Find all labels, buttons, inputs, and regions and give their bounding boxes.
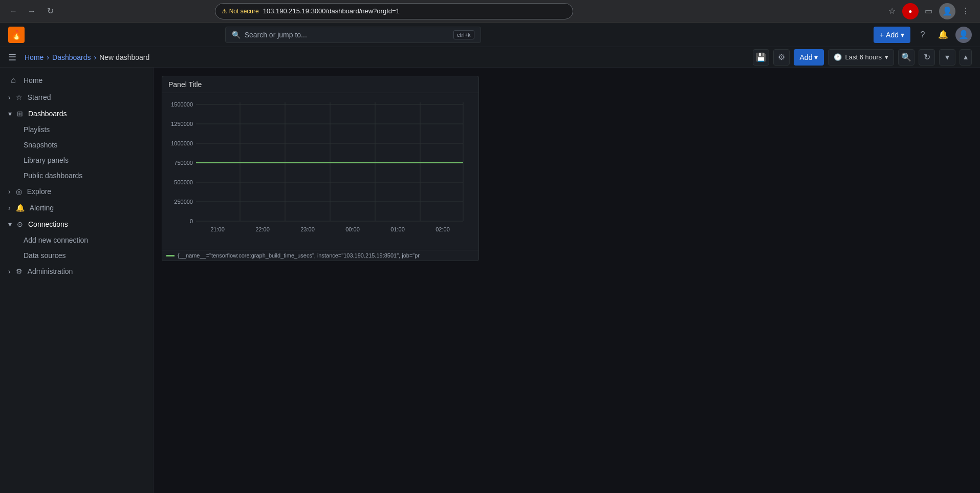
sidebar-item-home[interactable]: ⌂ Home — [0, 72, 153, 89]
address-bar[interactable]: ⚠ Not secure 103.190.215.19:3000/dashboa… — [215, 3, 573, 19]
breadcrumb-home[interactable]: Home — [25, 53, 43, 61]
breadcrumb: Home › Dashboards › New dashboard — [25, 53, 149, 61]
sidebar-item-playlists[interactable]: Playlists — [0, 122, 153, 137]
refresh-dropdown-button[interactable]: ▾ — [939, 49, 955, 66]
save-dashboard-button[interactable]: 💾 — [753, 49, 769, 66]
reload-button[interactable]: ↻ — [43, 4, 57, 18]
notifications-button[interactable]: 🔔 — [935, 27, 951, 43]
svg-text:21:00: 21:00 — [210, 226, 225, 232]
toolbar: ☰ Home › Dashboards › New dashboard 💾 ⚙ … — [0, 47, 980, 68]
panel-title: Panel Title — [168, 80, 202, 89]
help-button[interactable]: ? — [914, 27, 931, 43]
dashboards-icon: ⊞ — [17, 110, 23, 118]
sidebar-item-alerting[interactable]: › 🔔 Alerting — [0, 200, 153, 216]
sidebar-item-label: Home — [24, 76, 42, 84]
star-icon: ☆ — [16, 93, 23, 101]
svg-text:22:00: 22:00 — [255, 226, 270, 232]
sidebar-item-administration[interactable]: › ⚙ Administration — [0, 263, 153, 280]
svg-text:00:00: 00:00 — [345, 226, 360, 232]
panel: Panel Title 1500000 1250000 1000000 7500… — [162, 76, 479, 261]
breadcrumb-sep-1: › — [47, 53, 49, 61]
svg-text:1500000: 1500000 — [171, 101, 193, 108]
chart-svg: 1500000 1250000 1000000 750000 500000 25… — [166, 97, 468, 246]
explore-icon: ◎ — [16, 187, 22, 196]
warning-icon: ⚠ — [222, 8, 227, 15]
svg-text:250000: 250000 — [174, 199, 193, 205]
sidebar-item-public-dashboards[interactable]: Public dashboards — [0, 168, 153, 183]
url-text: 103.190.215.19:3000/dashboard/new?orgId=… — [263, 7, 400, 15]
sidebar-item-library-panels[interactable]: Library panels — [0, 153, 153, 168]
sidebar-item-data-sources[interactable]: Data sources — [0, 248, 153, 263]
add-panel-button[interactable]: + Add ▾ — [874, 27, 910, 43]
administration-icon: ⚙ — [16, 267, 23, 275]
legend-text: {__name__="tensorflow:core:graph_build_t… — [178, 252, 420, 259]
user-avatar-button[interactable]: 👤 — [955, 27, 972, 43]
header-right: + Add ▾ ? 🔔 👤 — [874, 27, 972, 43]
main-layout: ⌂ Home › ☆ Starred ▾ ⊞ Dashboards Playli… — [0, 68, 980, 493]
panel-legend: {__name__="tensorflow:core:graph_build_t… — [162, 250, 478, 261]
zoom-out-button[interactable]: 🔍 — [898, 49, 914, 66]
dashboards-expand-icon: ▾ — [8, 110, 12, 118]
starred-expand-icon: › — [8, 93, 11, 101]
svg-text:1250000: 1250000 — [171, 121, 193, 127]
svg-text:02:00: 02:00 — [435, 226, 450, 232]
svg-text:23:00: 23:00 — [300, 226, 315, 232]
svg-text:750000: 750000 — [174, 160, 193, 166]
extension-button[interactable]: ● — [902, 3, 919, 19]
search-shortcut: ctrl+k — [453, 30, 474, 39]
clock-icon: 🕐 — [834, 53, 842, 61]
panel-header: Panel Title — [162, 76, 478, 93]
panel-body: 1500000 1250000 1000000 750000 500000 25… — [162, 93, 478, 250]
grafana-logo: 🔥 — [8, 27, 25, 43]
refresh-button[interactable]: ↻ — [919, 49, 935, 66]
toolbar-right: 💾 ⚙ Add ▾ 🕐 Last 6 hours ▾ 🔍 ↻ ▾ ▲ — [753, 49, 972, 66]
content-area: Panel Title 1500000 1250000 1000000 7500… — [154, 68, 980, 493]
home-icon: ⌂ — [8, 76, 18, 85]
sidebar-item-starred[interactable]: › ☆ Starred — [0, 89, 153, 105]
cast-button[interactable]: ▭ — [921, 3, 937, 19]
sidebar-item-dashboards[interactable]: ▾ ⊞ Dashboards — [0, 105, 153, 122]
explore-expand-icon: › — [8, 187, 11, 196]
bookmark-button[interactable]: ☆ — [884, 3, 900, 19]
profile-button[interactable]: 👤 — [939, 3, 955, 19]
time-range-picker[interactable]: 🕐 Last 6 hours ▾ — [828, 49, 894, 66]
sidebar-item-connections[interactable]: ▾ ⊙ Connections — [0, 216, 153, 232]
search-placeholder: Search or jump to... — [245, 31, 449, 39]
add-button[interactable]: Add ▾ — [794, 49, 824, 66]
app-header: 🔥 🔍 Search or jump to... ctrl+k + Add ▾ … — [0, 23, 980, 47]
legend-color-indicator — [166, 255, 175, 256]
svg-text:500000: 500000 — [174, 179, 193, 185]
browser-chrome: ← → ↻ ⚠ Not secure 103.190.215.19:3000/d… — [0, 0, 980, 23]
chart-container: 1500000 1250000 1000000 750000 500000 25… — [166, 97, 468, 246]
dashboard-settings-button[interactable]: ⚙ — [773, 49, 790, 66]
svg-text:01:00: 01:00 — [390, 226, 405, 232]
svg-text:0: 0 — [190, 218, 193, 224]
sidebar: ⌂ Home › ☆ Starred ▾ ⊞ Dashboards Playli… — [0, 68, 154, 493]
browser-actions: ☆ ● ▭ 👤 ⋮ — [884, 3, 974, 19]
connections-icon: ⊙ — [17, 220, 23, 228]
sidebar-item-snapshots[interactable]: Snapshots — [0, 137, 153, 153]
connections-expand-icon: ▾ — [8, 220, 12, 228]
sidebar-item-explore[interactable]: › ◎ Explore — [0, 183, 153, 200]
breadcrumb-current: New dashboard — [99, 53, 149, 61]
logo-icon: 🔥 — [11, 29, 22, 40]
breadcrumb-sep-2: › — [94, 53, 97, 61]
administration-expand-icon: › — [8, 267, 11, 275]
back-button[interactable]: ← — [6, 4, 20, 18]
forward-button[interactable]: → — [25, 4, 39, 18]
search-bar[interactable]: 🔍 Search or jump to... ctrl+k — [225, 27, 481, 43]
breadcrumb-dashboards[interactable]: Dashboards — [52, 53, 91, 61]
search-icon: 🔍 — [232, 31, 241, 39]
collapse-button[interactable]: ▲ — [960, 49, 972, 66]
sidebar-item-add-new-connection[interactable]: Add new connection — [0, 232, 153, 248]
browser-menu-button[interactable]: ⋮ — [957, 3, 974, 19]
sidebar-toggle[interactable]: ☰ — [8, 52, 16, 63]
not-secure-indicator: ⚠ Not secure — [222, 8, 259, 15]
alerting-expand-icon: › — [8, 204, 11, 212]
alerting-icon: 🔔 — [16, 204, 25, 212]
svg-text:1000000: 1000000 — [171, 140, 193, 146]
